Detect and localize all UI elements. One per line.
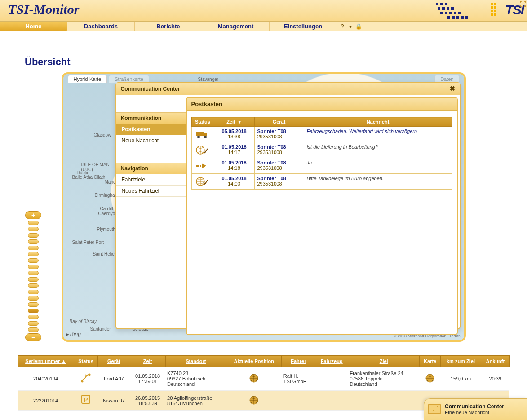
expand-icon[interactable] xyxy=(520,1,526,7)
message-row[interactable]: 01.05.201814:17Sprinter T08293531008Ist … xyxy=(191,142,452,158)
zoom-in-button[interactable]: + xyxy=(25,211,41,219)
zoom-tick[interactable] xyxy=(28,283,39,288)
help-icon[interactable]: ? xyxy=(339,23,346,30)
gcol-karte[interactable]: Karte xyxy=(420,356,441,367)
zoom-tick[interactable] xyxy=(28,321,39,326)
notification-popup[interactable]: Communication Center Eine neue Nachricht xyxy=(424,398,527,411)
header-logo: TSI xyxy=(431,1,523,19)
map-place: Birmingham xyxy=(95,193,119,198)
arrow-icon xyxy=(195,160,210,172)
message-row[interactable]: 01.05.201814:03Sprinter T08293531008Bitt… xyxy=(191,174,452,190)
zoom-tick[interactable] xyxy=(28,221,39,225)
svg-rect-1 xyxy=(440,3,443,5)
zoom-tick[interactable] xyxy=(28,233,39,238)
msg-device-cell: Sprinter T08293531008 xyxy=(254,158,304,174)
cell-karte[interactable] xyxy=(420,367,441,391)
zoom-level-current[interactable] xyxy=(28,309,39,313)
grid-row[interactable]: 204020194Ford A0701.05.201817:39:01K7740… xyxy=(18,367,509,391)
col-nachricht[interactable]: Nachricht xyxy=(304,117,452,127)
cell-position[interactable] xyxy=(226,367,282,391)
cell-position[interactable] xyxy=(226,391,282,411)
message-row[interactable]: 05.05.201813:38Sprinter T08293531008Fahr… xyxy=(191,127,452,142)
lock-icon[interactable]: 🔒 xyxy=(355,23,362,30)
map-frame[interactable]: Hybrid-Karte Straßenkarte Daten Stavange… xyxy=(62,72,466,342)
zoom-tick[interactable] xyxy=(28,239,39,244)
col-geraet[interactable]: Gerät xyxy=(254,117,304,127)
menu-item-fahrtziele[interactable]: Fahrtziele xyxy=(116,174,186,186)
gcol-ziel[interactable]: Ziel xyxy=(348,356,419,367)
gcol-pos[interactable]: Aktuelle Position xyxy=(226,356,282,367)
menu-group-kommunikation[interactable]: Kommunikation xyxy=(116,112,186,124)
svg-rect-9 xyxy=(449,12,452,14)
svg-rect-5 xyxy=(447,7,449,10)
msg-text: Bitte Tankbelege im Büro abgeben. xyxy=(304,174,452,190)
globe-icon xyxy=(249,401,259,406)
nav-icons: ? ▾ 🔒 xyxy=(337,22,364,31)
menu-item-neue-nachricht[interactable]: Neue Nachricht xyxy=(116,135,186,146)
nav-berichte[interactable]: Berichte xyxy=(135,22,202,31)
gcol-serien[interactable]: Seriennummer ▲ xyxy=(18,356,74,367)
cell-geraet: Nissan 07 xyxy=(98,391,130,411)
cell-status xyxy=(74,367,97,391)
postkasten-title: Postkasten xyxy=(187,98,457,111)
zoom-tick[interactable] xyxy=(28,302,39,307)
gcol-fahrzeug[interactable]: Fahrzeug xyxy=(315,356,348,367)
gcol-km[interactable]: km zum Ziel xyxy=(440,356,481,367)
park-icon: P xyxy=(81,397,91,406)
nav-dashboards[interactable]: Dashboards xyxy=(67,22,135,31)
gcol-ankunft[interactable]: Ankunft xyxy=(481,356,509,367)
gcol-geraet[interactable]: Gerät xyxy=(98,356,130,367)
gcol-standort[interactable]: Standort xyxy=(165,356,226,367)
svg-rect-11 xyxy=(458,12,461,14)
col-status[interactable]: Status xyxy=(191,117,214,127)
zoom-tick[interactable] xyxy=(28,290,39,294)
zoom-tick[interactable] xyxy=(28,271,39,275)
postkasten-panel: Postkasten Status Zeit ▼ xyxy=(186,97,458,335)
msg-device-cell: Sprinter T08293531008 xyxy=(254,142,304,158)
svg-rect-16 xyxy=(465,16,468,19)
svg-rect-4 xyxy=(442,7,445,10)
svg-rect-25 xyxy=(196,132,204,136)
gcol-zeit[interactable]: Zeit xyxy=(130,356,165,367)
zoom-out-button[interactable]: − xyxy=(25,333,41,341)
menu-group-navigation[interactable]: Navigation xyxy=(116,163,186,174)
menu-item-neues-fahrtziel[interactable]: Neues Fahrtziel xyxy=(116,186,186,197)
gcol-fahrer[interactable]: Fahrer xyxy=(282,356,315,367)
map-place: Santander xyxy=(90,327,111,332)
zoom-tick[interactable] xyxy=(28,258,39,263)
zoom-tick[interactable] xyxy=(28,277,39,282)
col-zeit-label: Zeit xyxy=(226,119,235,124)
map-tab-hybrid[interactable]: Hybrid-Karte xyxy=(68,75,107,83)
map-place: Plymouth xyxy=(97,227,116,232)
msg-device-cell: Sprinter T08293531008 xyxy=(254,174,304,190)
zoom-tick[interactable] xyxy=(28,327,39,332)
gcol-status[interactable]: Status xyxy=(74,356,97,367)
map-place: Stavanger xyxy=(198,77,219,82)
bing-logo: ▸ Bing xyxy=(66,331,81,337)
map-place: Baile Átha Cliath xyxy=(72,175,106,180)
nav-management[interactable]: Management xyxy=(202,22,270,31)
arrow-down-icon[interactable]: ▾ xyxy=(347,23,354,30)
svg-rect-17 xyxy=(491,3,493,5)
svg-rect-30 xyxy=(196,165,198,167)
zoom-tick[interactable] xyxy=(28,296,39,301)
zoom-tick[interactable] xyxy=(28,315,39,319)
col-zeit[interactable]: Zeit ▼ xyxy=(214,117,254,127)
nav-einstellungen[interactable]: Einstellungen xyxy=(270,22,337,31)
svg-point-27 xyxy=(197,136,200,138)
zoom-tick[interactable] xyxy=(28,227,39,231)
modal-title-bar[interactable]: Communication Center ✖ xyxy=(116,83,460,95)
mail-icon xyxy=(428,404,441,411)
nav-home[interactable]: Home xyxy=(0,22,67,31)
svg-rect-7 xyxy=(440,12,443,14)
zoom-tick[interactable] xyxy=(28,265,39,269)
logo-dots-icon xyxy=(431,1,503,19)
svg-rect-32 xyxy=(200,165,201,167)
menu-item-postkasten[interactable]: Postkasten xyxy=(116,124,186,135)
message-row[interactable]: 01.05.201814:18Sprinter T08293531008Ja xyxy=(191,158,452,174)
zoom-tick[interactable] xyxy=(28,252,39,256)
close-icon[interactable]: ✖ xyxy=(450,85,457,92)
notif-subtitle: Eine neue Nachricht xyxy=(445,410,504,411)
map-place: Saint Peter Port xyxy=(72,240,104,245)
zoom-tick[interactable] xyxy=(28,246,39,250)
